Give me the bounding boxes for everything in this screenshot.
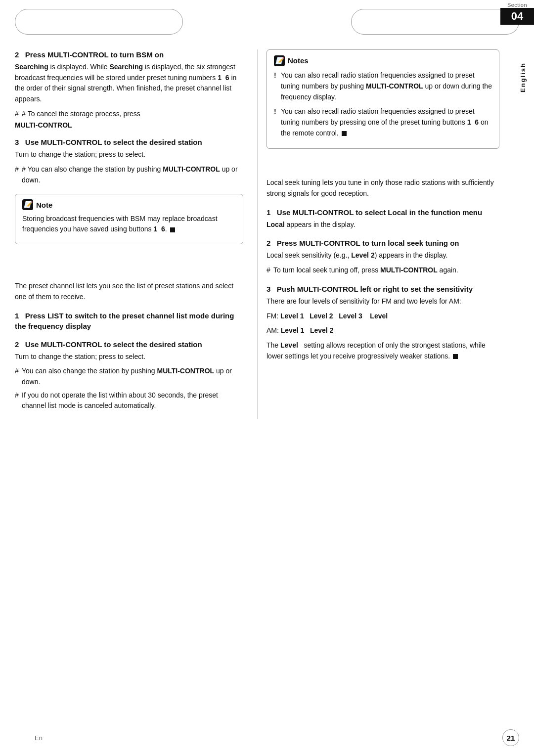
top-boxes	[0, 0, 534, 35]
footer-right: 21	[502, 729, 519, 746]
step2b-block: 2 Use MULTI-CONTROL to select the desire…	[15, 339, 243, 411]
local-seek-intro: Local seek tuning lets you tune in only …	[267, 178, 499, 199]
square-icon	[170, 227, 175, 232]
step2c-body: Local seek sensitivity (e.g., Level 2) a…	[267, 250, 499, 261]
square-icon-3	[453, 354, 458, 359]
step3c-level-body: The Level setting allows reception of on…	[267, 340, 499, 361]
notes-label: Notes	[288, 55, 309, 66]
section-label: Section	[500, 0, 534, 8]
step2c-block: 2 Press MULTI-CONTROL to turn local seek…	[267, 238, 499, 275]
note-label: Note	[36, 199, 52, 211]
section-number: 04	[500, 8, 534, 25]
step2-heading: 2 Press MULTI-CONTROL to turn BSM on	[15, 49, 243, 60]
footer-lang: En	[35, 734, 43, 742]
notes-icon: 📝	[274, 55, 285, 66]
left-column: 2 Press MULTI-CONTROL to turn BSM on Sea…	[15, 49, 257, 419]
step1c-block: 1 Use MULTI-CONTROL to select Local in t…	[267, 207, 499, 230]
preset-intro-block: The preset channel list lets you see the…	[15, 281, 243, 302]
page-wrapper: Section 04 English 2 Press MULTI-CONTROL…	[0, 0, 534, 756]
step2-body: Searching is displayed. While Searching …	[15, 62, 243, 105]
notes-header: 📝 Notes	[274, 55, 492, 66]
top-box-left	[15, 9, 183, 35]
step2-bsm-block: 2 Press MULTI-CONTROL to turn BSM on Sea…	[15, 49, 243, 129]
right-column: 📝 Notes You can also recall radio statio…	[257, 49, 499, 419]
step3-hash: # You can also change the station by pus…	[15, 164, 243, 185]
step1b-block: 1 Press LIST to switch to the preset cha…	[15, 311, 243, 331]
step3c-am: AM: Level 1 Level 2	[267, 325, 499, 336]
step3-select-block: 3 Use MULTI-CONTROL to select the desire…	[15, 137, 243, 185]
step1c-heading: 1 Use MULTI-CONTROL to select Local in t…	[267, 207, 499, 218]
notes-box: 📝 Notes You can also recall radio statio…	[267, 49, 499, 149]
english-label: English	[519, 59, 534, 95]
step2b-heading: 2 Use MULTI-CONTROL to select the desire…	[15, 339, 243, 350]
note-body: Storing broadcast frequencies with BSM m…	[22, 214, 236, 235]
step2c-heading: 2 Press MULTI-CONTROL to turn local seek…	[267, 238, 499, 248]
content-area: 2 Press MULTI-CONTROL to turn BSM on Sea…	[0, 35, 534, 419]
step3c-body1: There are four levels of sensitivity for…	[267, 296, 499, 307]
local-seek-intro-block: Local seek tuning lets you tune in only …	[267, 178, 499, 199]
footer: En 21	[0, 729, 534, 746]
step3-body: Turn to change the station; press to sel…	[15, 149, 243, 160]
step1b-heading: 1 Press LIST to switch to the preset cha…	[15, 311, 243, 331]
step2-hash: # To cancel the storage process, press	[15, 109, 243, 120]
step3c-heading: 3 Push MULTI-CONTROL left or right to se…	[267, 284, 499, 294]
step2b-body: Turn to change the station; press to sel…	[15, 352, 243, 362]
step2c-hash: # To turn local seek tuning off, press M…	[267, 265, 499, 276]
square-icon-2	[342, 131, 347, 136]
step2b-hash2: # If you do not operate the list within …	[15, 390, 243, 411]
page-number: 21	[502, 729, 519, 746]
note-item-2: You can also recall radio station freque…	[274, 106, 492, 138]
step2-multi-control-label: MULTI-CONTROL	[15, 121, 243, 129]
step1c-body: Local appears in the display.	[267, 220, 499, 230]
note-header: 📝 Note	[22, 199, 236, 211]
spacer	[15, 251, 243, 281]
step2b-hash1: # You can also change the station by pus…	[15, 366, 243, 387]
note-item-1: You can also recall radio station freque…	[274, 70, 492, 102]
note-icon: 📝	[22, 199, 33, 210]
note-box: 📝 Note Storing broadcast frequencies wit…	[15, 194, 243, 245]
step3c-fm: FM: Level 1 Level 2 Level 3 Level	[267, 311, 499, 322]
step3c-block: 3 Push MULTI-CONTROL left or right to se…	[267, 284, 499, 361]
spacer-right	[267, 158, 499, 178]
step3-heading: 3 Use MULTI-CONTROL to select the desire…	[15, 137, 243, 147]
top-box-right	[351, 9, 519, 35]
preset-intro: The preset channel list lets you see the…	[15, 281, 243, 302]
